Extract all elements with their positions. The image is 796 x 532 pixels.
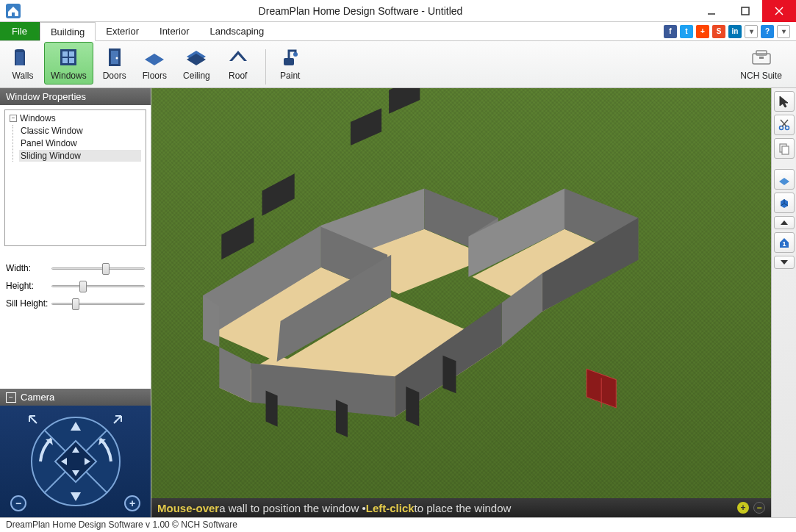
camera-tilt-down-left-icon[interactable] xyxy=(26,413,41,428)
tool-copy[interactable] xyxy=(774,138,795,159)
slider-sill-height[interactable] xyxy=(51,298,145,309)
svg-rect-23 xyxy=(262,173,295,216)
ribbon-floors[interactable]: Floors xyxy=(136,42,173,85)
svg-rect-38 xyxy=(782,146,789,154)
camera-pan-up-button[interactable] xyxy=(65,417,87,435)
google-plus-icon[interactable]: + xyxy=(696,25,709,38)
slider-sill-label: Sill Height: xyxy=(6,298,51,309)
ribbon-doors[interactable]: Doors xyxy=(96,42,133,85)
camera-panel-title: Camera xyxy=(21,392,54,403)
camera-rotate-right-button[interactable] xyxy=(96,444,117,479)
tree-item-sliding-window[interactable]: Sliding Window xyxy=(19,150,141,162)
tool-select[interactable] xyxy=(774,91,795,112)
svg-rect-10 xyxy=(69,58,74,63)
svg-rect-18 xyxy=(759,57,764,59)
facebook-icon[interactable]: f xyxy=(664,25,677,38)
camera-zoom-in-button[interactable]: + xyxy=(124,495,140,511)
properties-panel-header: Window Properties xyxy=(0,88,151,105)
tab-landscaping[interactable]: Landscaping xyxy=(199,22,274,40)
camera-panel: − Camera xyxy=(0,389,151,517)
minimize-button[interactable] xyxy=(695,0,728,22)
camera-collapse-button[interactable]: − xyxy=(6,392,16,403)
svg-point-15 xyxy=(293,52,298,57)
tree-collapse-icon[interactable]: − xyxy=(10,115,17,122)
tab-file[interactable]: File xyxy=(0,22,40,40)
ribbon-roof-label: Roof xyxy=(229,71,247,81)
tree-root-windows[interactable]: − Windows xyxy=(10,113,141,123)
triangle-down-icon xyxy=(780,259,789,266)
paint-icon xyxy=(279,46,302,69)
ribbon-separator xyxy=(265,49,266,85)
tool-view-3d[interactable] xyxy=(774,193,795,213)
maximize-button[interactable] xyxy=(728,0,762,22)
camera-rotate-left-button[interactable] xyxy=(34,444,54,479)
tree-item-label: Panel Window xyxy=(21,138,77,148)
social-bar: f t + S in ▾ ? ▾ xyxy=(664,22,796,40)
roof-icon xyxy=(226,46,250,69)
svg-rect-9 xyxy=(62,58,68,63)
tab-interior[interactable]: Interior xyxy=(149,22,199,40)
tab-building-label: Building xyxy=(51,26,85,37)
tab-interior-label: Interior xyxy=(159,26,189,37)
ribbon-paint[interactable]: Paint xyxy=(272,42,309,85)
hint-zoom-out-button[interactable]: − xyxy=(753,502,765,514)
twitter-icon[interactable]: t xyxy=(680,25,693,38)
ribbon-ceiling[interactable]: Ceiling xyxy=(176,42,217,85)
svg-rect-24 xyxy=(351,108,381,145)
tab-exterior[interactable]: Exterior xyxy=(96,22,149,40)
ribbon-windows[interactable]: Windows xyxy=(44,42,93,85)
left-panel: Window Properties − Windows Classic Wind… xyxy=(0,88,151,517)
camera-move-button[interactable] xyxy=(57,442,94,479)
camera-zoom-out-button[interactable]: − xyxy=(10,495,26,511)
svg-rect-25 xyxy=(389,88,420,114)
ribbon-roof[interactable]: Roof xyxy=(220,42,257,85)
ribbon-nch-suite[interactable]: NCH Suite xyxy=(734,42,789,85)
svg-rect-1 xyxy=(12,12,15,16)
tree-root-label: Windows xyxy=(20,113,56,123)
viewport-wrap: Mouse-over a wall to position the window… xyxy=(151,88,796,517)
hint-zoom-in-button[interactable]: + xyxy=(737,502,749,514)
hint-text-2: to place the window xyxy=(415,502,512,514)
ribbon-walls-label: Walls xyxy=(12,71,34,81)
tree-item-classic-window[interactable]: Classic Window xyxy=(19,125,141,137)
hint-bar: Mouse-over a wall to position the window… xyxy=(151,498,771,517)
camera-tilt-down-right-icon[interactable] xyxy=(110,413,124,428)
windows-icon xyxy=(57,46,80,69)
tab-file-label: File xyxy=(12,26,27,37)
slider-height-label: Height: xyxy=(6,281,51,291)
floors-icon xyxy=(143,46,166,69)
linkedin-icon[interactable]: in xyxy=(728,25,742,38)
ribbon-floors-label: Floors xyxy=(143,71,167,81)
slider-width[interactable] xyxy=(51,262,145,274)
svg-rect-8 xyxy=(69,51,74,57)
stumbleupon-icon[interactable]: S xyxy=(712,25,725,38)
ribbon-paint-label: Paint xyxy=(280,71,300,81)
ribbon-walls[interactable]: Walls xyxy=(4,42,41,85)
window-controls xyxy=(695,0,796,22)
help-dropdown-icon[interactable]: ▾ xyxy=(777,25,790,38)
cube-3d-icon xyxy=(778,196,791,209)
status-bar: DreamPlan Home Design Software v 1.00 © … xyxy=(0,517,796,532)
tab-building[interactable]: Building xyxy=(40,22,96,41)
slider-height[interactable] xyxy=(51,280,145,292)
share-dropdown-icon[interactable]: ▾ xyxy=(745,25,758,38)
3d-viewport[interactable]: Mouse-over a wall to position the window… xyxy=(151,88,771,517)
tree-item-panel-window[interactable]: Panel Window xyxy=(19,137,141,149)
tool-floor-indicator[interactable]: 1 xyxy=(774,232,795,253)
tool-view-2d[interactable] xyxy=(774,169,795,190)
svg-rect-27 xyxy=(442,356,456,393)
help-icon[interactable]: ? xyxy=(761,25,774,38)
camera-pan-down-button[interactable] xyxy=(65,488,87,506)
tool-cut[interactable] xyxy=(774,115,795,135)
tree-item-label: Sliding Window xyxy=(21,151,81,161)
close-button[interactable] xyxy=(762,0,796,22)
app-icon xyxy=(4,2,22,20)
hint-highlight-2: Left-click xyxy=(366,502,415,514)
tab-row: File Building Exterior Interior Landscap… xyxy=(0,22,796,41)
svg-rect-30 xyxy=(266,390,278,426)
svg-point-13 xyxy=(115,57,118,60)
nch-suite-icon xyxy=(750,46,773,69)
copy-icon xyxy=(778,142,791,155)
tool-floor-down[interactable] xyxy=(774,256,795,269)
tool-floor-up[interactable] xyxy=(774,216,795,229)
